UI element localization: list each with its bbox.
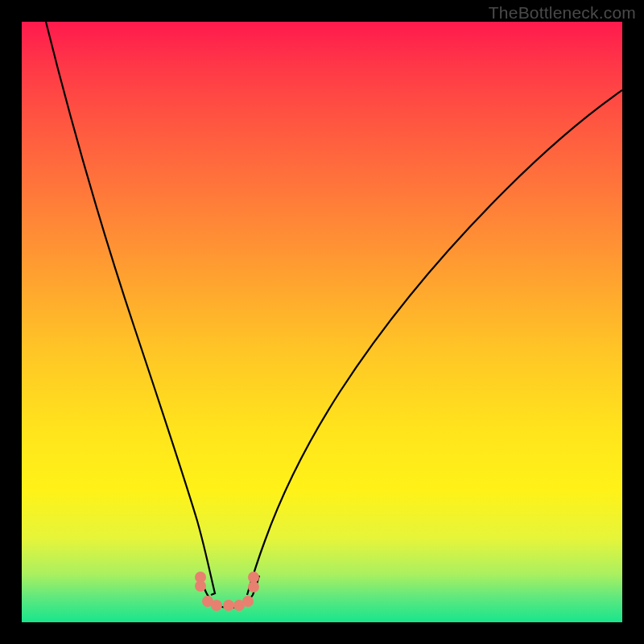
chart-frame: TheBottleneck.com xyxy=(0,0,644,644)
svg-point-8 xyxy=(248,572,259,583)
svg-point-1 xyxy=(195,580,206,592)
left-curve-path xyxy=(46,22,215,595)
svg-point-3 xyxy=(211,600,222,611)
watermark-text: TheBottleneck.com xyxy=(489,3,636,23)
svg-point-6 xyxy=(242,596,254,607)
right-curve-path xyxy=(247,90,622,595)
valley-marker-group xyxy=(195,572,259,611)
svg-point-7 xyxy=(248,581,259,592)
svg-point-4 xyxy=(223,600,234,611)
curve-overlay xyxy=(22,22,622,622)
